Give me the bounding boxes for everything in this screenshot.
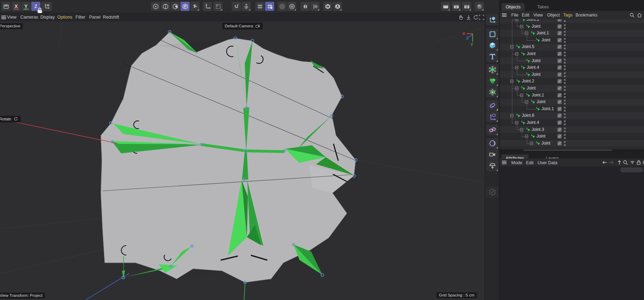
enable-toggle[interactable] <box>557 19 562 22</box>
nav-up-icon[interactable] <box>617 160 622 165</box>
enable-toggle[interactable] <box>557 72 562 77</box>
expand-toggle[interactable] <box>515 52 518 55</box>
enable-toggle[interactable] <box>557 45 562 49</box>
enable-toggle[interactable] <box>557 100 562 104</box>
stage-button[interactable] <box>486 160 498 171</box>
objects-home-icon[interactable] <box>637 12 642 18</box>
visibility-dots[interactable] <box>563 113 566 119</box>
quantize-button[interactable] <box>255 2 264 11</box>
visibility-dots[interactable] <box>563 72 566 78</box>
simulation-button[interactable] <box>486 87 498 98</box>
expand-toggle[interactable] <box>525 32 528 35</box>
soft-selection-settings-button[interactable] <box>287 2 296 11</box>
primitive-cube-button[interactable] <box>486 40 498 51</box>
attributes-menu-user-data[interactable]: User Data <box>538 159 557 167</box>
nav-forward-icon[interactable] <box>609 160 614 165</box>
objects-menu-tags[interactable]: Tags <box>563 11 572 19</box>
object-label[interactable]: Joint.4 <box>527 64 539 71</box>
null-axis-button[interactable] <box>486 111 498 122</box>
visibility-dots[interactable] <box>563 85 566 92</box>
object-label[interactable]: Joint.1 <box>532 92 544 99</box>
visibility-dots[interactable] <box>563 24 566 30</box>
expand-toggle[interactable] <box>520 128 523 131</box>
pen-tool-button[interactable] <box>486 14 498 25</box>
expand-toggle[interactable] <box>520 25 523 28</box>
object-row[interactable]: Joint.1 <box>500 106 644 113</box>
viewport[interactable]: X Z Y Perspective Default Camera Rotate … <box>0 21 485 300</box>
object-label[interactable]: Joint.5 <box>522 44 534 51</box>
expand-toggle[interactable] <box>515 19 518 21</box>
object-row[interactable]: Joint.2 <box>500 78 644 85</box>
visibility-dots[interactable] <box>563 120 566 126</box>
visibility-dots[interactable] <box>563 106 566 112</box>
visibility-dots[interactable] <box>563 78 566 85</box>
visibility-dots[interactable] <box>563 58 566 64</box>
render-settings-button[interactable] <box>462 2 471 11</box>
enable-toggle[interactable] <box>557 79 562 84</box>
expand-toggle[interactable] <box>525 100 528 104</box>
field-button[interactable] <box>486 64 498 75</box>
enable-toggle[interactable] <box>557 127 562 132</box>
object-label[interactable]: Joint <box>532 58 540 65</box>
visibility-dots[interactable] <box>563 127 566 133</box>
object-row[interactable]: Joint.4 <box>500 119 644 126</box>
menu-panel[interactable]: Panel <box>89 13 100 21</box>
settings-icon[interactable] <box>642 160 644 165</box>
visibility-dots[interactable] <box>563 51 566 57</box>
object-label[interactable]: Joint <box>541 140 550 147</box>
object-row[interactable]: Joint.6 <box>500 112 644 119</box>
render-view-button[interactable] <box>441 2 450 11</box>
mograph-button[interactable] <box>486 125 498 135</box>
motext-button[interactable] <box>486 51 498 62</box>
polygons-mode-button[interactable] <box>171 2 180 11</box>
objects-menu-bookmarks[interactable]: Bookmarks <box>576 11 598 19</box>
object-label[interactable]: Joint <box>537 99 545 106</box>
menu-view[interactable]: View <box>7 13 17 21</box>
attributes-menu-mode[interactable]: Mode <box>511 159 522 167</box>
visibility-dots[interactable] <box>563 140 566 147</box>
frame-all-icon[interactable] <box>479 14 485 20</box>
attributes-menu-edit[interactable]: Edit <box>526 159 534 167</box>
symmetry-settings-button[interactable] <box>310 2 320 11</box>
objects-search-icon[interactable] <box>629 12 635 18</box>
volume-button[interactable] <box>486 75 498 86</box>
object-row[interactable]: Joint.5 <box>500 44 644 51</box>
objects-menu-object[interactable]: Object <box>547 11 560 19</box>
object-row[interactable]: Joint <box>500 140 644 147</box>
objects-menu-view[interactable]: View <box>533 11 543 19</box>
deformer-button[interactable] <box>486 100 498 111</box>
object-label[interactable]: Joint.6 <box>522 112 534 119</box>
visibility-dots[interactable] <box>563 65 566 71</box>
move-down-icon[interactable] <box>466 14 472 20</box>
object-row[interactable]: Joint <box>500 37 644 44</box>
object-label[interactable]: Joint.1 <box>541 106 554 113</box>
visibility-dots[interactable] <box>563 99 566 105</box>
axis-lock-x-button[interactable]: X <box>12 2 21 11</box>
snap-settings-button[interactable] <box>242 2 251 11</box>
object-label[interactable]: Joint <box>527 85 535 92</box>
object-label[interactable]: Joint <box>532 71 540 78</box>
enable-toggle[interactable] <box>557 38 562 42</box>
auto-key-button[interactable]: A <box>333 2 342 11</box>
viewport-menu-hamburger-icon[interactable] <box>1 14 7 20</box>
nav-back-icon[interactable] <box>602 160 607 165</box>
objects-menu-file[interactable]: File <box>511 11 518 19</box>
enable-toggle[interactable] <box>557 141 562 146</box>
attributes-scroll-pill[interactable] <box>620 167 643 172</box>
menu-options[interactable]: Options <box>57 13 72 21</box>
search-icon[interactable] <box>623 160 628 165</box>
object-row[interactable]: Joint <box>500 51 644 58</box>
menu-filter[interactable]: Filter <box>75 13 85 21</box>
enable-toggle[interactable] <box>557 93 562 98</box>
axis-lock-z-button[interactable]: Z <box>31 2 40 11</box>
enable-toggle[interactable] <box>557 31 562 35</box>
object-row[interactable]: Joint <box>500 85 644 92</box>
object-label[interactable]: Joint <box>532 23 540 30</box>
object-row[interactable]: Joint.1 <box>500 19 644 23</box>
history-icon[interactable] <box>473 14 479 20</box>
enable-toggle[interactable] <box>557 113 562 118</box>
object-label[interactable]: Joint.4 <box>527 119 539 126</box>
points-mode-button[interactable] <box>151 2 160 11</box>
visibility-dots[interactable] <box>563 19 566 23</box>
objects-hamburger-icon[interactable] <box>501 12 507 18</box>
